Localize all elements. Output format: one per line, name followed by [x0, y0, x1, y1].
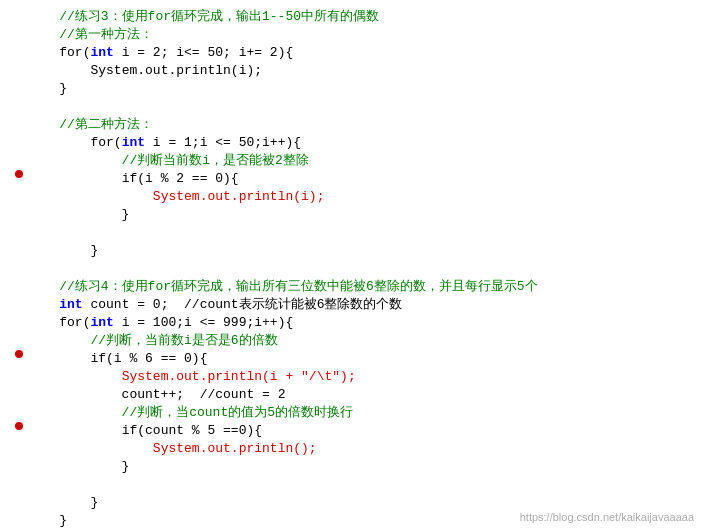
watermark: https://blog.csdn.net/kaikaijavaaaaa: [520, 511, 694, 523]
line-gutter: [0, 260, 14, 261]
line-text: if(i % 2 == 0){: [24, 170, 702, 188]
line-gutter: [0, 80, 14, 81]
code-line: //判断当前数i，是否能被2整除: [0, 152, 702, 170]
line-gutter: [0, 512, 14, 513]
line-gutter: [0, 44, 14, 45]
line-gutter: [0, 332, 14, 333]
line-gutter: [0, 134, 14, 135]
line-gutter: [0, 278, 14, 279]
code-line: if(i % 6 == 0){: [0, 350, 702, 368]
code-line: }: [0, 242, 702, 260]
code-line: System.out.println();: [0, 440, 702, 458]
line-text: for(int i = 100;i <= 999;i++){: [24, 314, 702, 332]
line-text: if(i % 6 == 0){: [24, 350, 702, 368]
line-text: System.out.println(i + "/\t");: [24, 368, 702, 386]
code-line: [0, 224, 702, 242]
line-text: for(int i = 2; i<= 50; i+= 2){: [24, 44, 702, 62]
line-gutter: [0, 404, 14, 405]
line-gutter: [0, 296, 14, 297]
code-line: [0, 98, 702, 116]
line-gutter: [0, 62, 14, 63]
line-text: count++; //count = 2: [24, 386, 702, 404]
line-gutter: [0, 368, 14, 369]
line-text: for(int i = 1;i <= 50;i++){: [24, 134, 702, 152]
line-gutter: [0, 314, 14, 315]
line-gutter: [0, 350, 14, 351]
code-line: //第二种方法：: [0, 116, 702, 134]
line-gutter: [0, 476, 14, 477]
code-line: //判断，当前数i是否是6的倍数: [0, 332, 702, 350]
code-line: //练习3：使用for循环完成，输出1--50中所有的偶数: [0, 8, 702, 26]
code-line: System.out.println(i + "/\t");: [0, 368, 702, 386]
breakpoint-dot: [15, 170, 23, 178]
code-line: for(int i = 1;i <= 50;i++){: [0, 134, 702, 152]
line-gutter: [0, 116, 14, 117]
line-text: //判断，当前数i是否是6的倍数: [24, 332, 702, 350]
line-gutter: [0, 206, 14, 207]
line-gutter: [0, 242, 14, 243]
line-text: }: [24, 458, 702, 476]
line-text: if(count % 5 ==0){: [24, 422, 702, 440]
code-line: int count = 0; //count表示统计能被6整除数的个数: [0, 296, 702, 314]
code-line: System.out.println(i);: [0, 188, 702, 206]
line-text: //练习3：使用for循环完成，输出1--50中所有的偶数: [24, 8, 702, 26]
line-gutter: [0, 440, 14, 441]
code-line: if(i % 2 == 0){: [0, 170, 702, 188]
line-marker: [14, 422, 24, 430]
line-text: //判断当前数i，是否能被2整除: [24, 152, 702, 170]
line-gutter: [0, 386, 14, 387]
code-line: }: [0, 494, 702, 512]
line-text: //第二种方法：: [24, 116, 702, 134]
code-line: System.out.println(i);: [0, 62, 702, 80]
code-line: }: [0, 458, 702, 476]
line-gutter: [0, 224, 14, 225]
line-text: }: [24, 80, 702, 98]
code-line: if(count % 5 ==0){: [0, 422, 702, 440]
line-text: }: [24, 494, 702, 512]
code-line: }: [0, 206, 702, 224]
code-line: count++; //count = 2: [0, 386, 702, 404]
code-line: //练习4：使用for循环完成，输出所有三位数中能被6整除的数，并且每行显示5个: [0, 278, 702, 296]
line-text: System.out.println();: [24, 440, 702, 458]
code-line: for(int i = 2; i<= 50; i+= 2){: [0, 44, 702, 62]
line-text: //判断，当count的值为5的倍数时换行: [24, 404, 702, 422]
code-line: [0, 476, 702, 494]
line-gutter: [0, 170, 14, 171]
line-gutter: [0, 98, 14, 99]
line-marker: [14, 350, 24, 358]
line-gutter: [0, 26, 14, 27]
code-line: }: [0, 80, 702, 98]
code-line: //判断，当count的值为5的倍数时换行: [0, 404, 702, 422]
line-gutter: [0, 8, 14, 9]
line-text: }: [24, 206, 702, 224]
line-text: int count = 0; //count表示统计能被6整除数的个数: [24, 296, 702, 314]
breakpoint-dot: [15, 422, 23, 430]
line-text: System.out.println(i);: [24, 62, 702, 80]
line-gutter: [0, 188, 14, 189]
code-editor: //练习3：使用for循环完成，输出1--50中所有的偶数 //第一种方法： f…: [0, 0, 702, 529]
line-marker: [14, 170, 24, 178]
code-lines: //练习3：使用for循环完成，输出1--50中所有的偶数 //第一种方法： f…: [0, 8, 702, 529]
line-text: System.out.println(i);: [24, 188, 702, 206]
code-line: for(int i = 100;i <= 999;i++){: [0, 314, 702, 332]
line-gutter: [0, 458, 14, 459]
line-text: //第一种方法：: [24, 26, 702, 44]
line-text: //练习4：使用for循环完成，输出所有三位数中能被6整除的数，并且每行显示5个: [24, 278, 702, 296]
breakpoint-dot: [15, 350, 23, 358]
code-line: [0, 260, 702, 278]
line-text: }: [24, 242, 702, 260]
code-line: //第一种方法：: [0, 26, 702, 44]
line-gutter: [0, 494, 14, 495]
line-gutter: [0, 152, 14, 153]
line-gutter: [0, 422, 14, 423]
